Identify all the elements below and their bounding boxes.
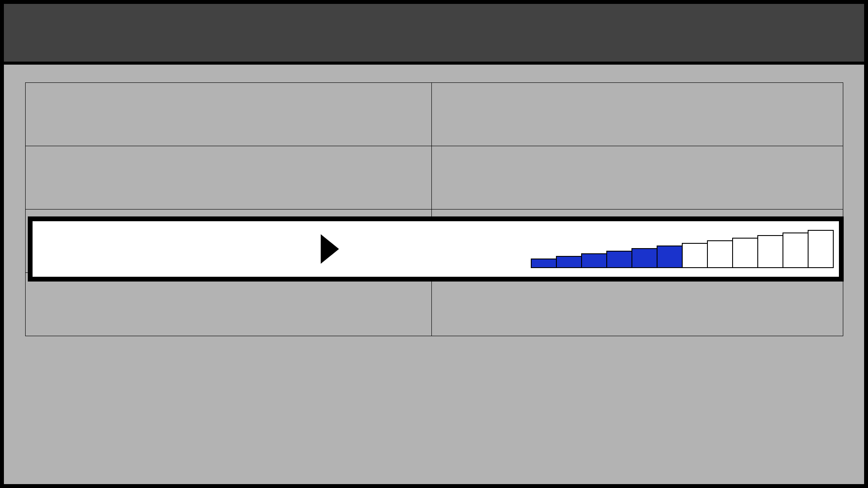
volume-slider[interactable] [532, 230, 834, 268]
cell-right[interactable] [431, 83, 843, 146]
cell-right[interactable] [431, 273, 843, 336]
cell-left[interactable] [26, 273, 432, 336]
play-cell [33, 221, 448, 277]
play-icon[interactable] [321, 234, 339, 264]
cell-left[interactable] [26, 146, 432, 210]
volume-bar[interactable] [531, 259, 557, 268]
table-row[interactable] [26, 83, 843, 146]
volume-bar[interactable] [783, 233, 809, 268]
cell-right[interactable] [431, 146, 843, 210]
window-inner [4, 4, 864, 484]
title-bar [4, 4, 864, 65]
volume-bar[interactable] [606, 251, 632, 268]
volume-bar[interactable] [732, 238, 758, 268]
cell-left[interactable] [26, 83, 432, 146]
volume-bar[interactable] [757, 235, 783, 268]
selected-row [28, 216, 844, 282]
volume-bar[interactable] [631, 248, 658, 268]
volume-cell [448, 221, 839, 277]
volume-bar[interactable] [556, 256, 582, 268]
volume-bar[interactable] [581, 253, 607, 268]
volume-bar[interactable] [682, 243, 708, 268]
table-row[interactable] [26, 273, 843, 336]
volume-bar[interactable] [657, 246, 683, 268]
volume-bar[interactable] [707, 240, 733, 268]
content-area [4, 65, 864, 484]
volume-bar[interactable] [808, 230, 834, 268]
settings-grid [25, 82, 843, 336]
table-row[interactable] [26, 146, 843, 210]
window-frame [0, 0, 868, 488]
